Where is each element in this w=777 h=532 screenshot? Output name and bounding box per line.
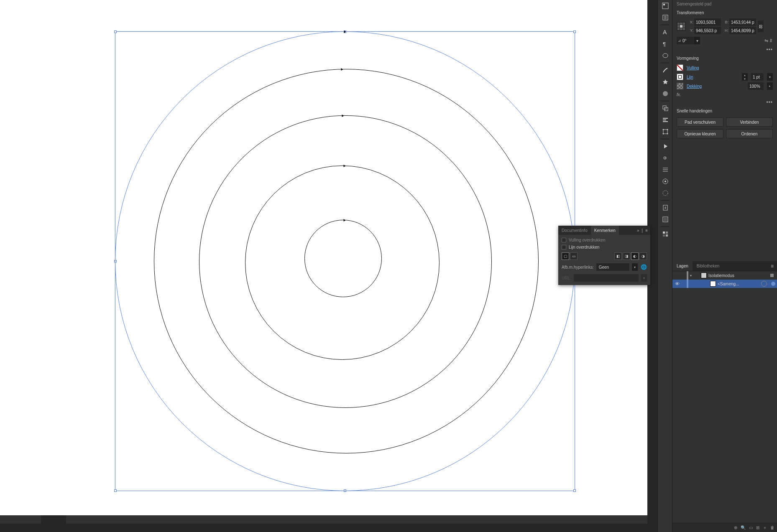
fill-rule-evenodd-button[interactable]: ◨ bbox=[623, 252, 630, 260]
links-panel-icon[interactable] bbox=[658, 152, 673, 164]
svg-point-10 bbox=[663, 129, 664, 130]
opentype-panel-icon[interactable] bbox=[658, 50, 673, 61]
tab-libraries[interactable]: Bibliotheken bbox=[693, 261, 723, 271]
winding-ccw-button[interactable]: ◑ bbox=[639, 252, 647, 260]
layer-name[interactable]: <Sameng... bbox=[718, 282, 761, 286]
path-direction-indicator bbox=[341, 68, 343, 71]
create-sublayer-icon[interactable]: ⊞ bbox=[756, 525, 759, 530]
visibility-toggle[interactable]: 👁 bbox=[672, 281, 682, 286]
resize-handle-tl[interactable] bbox=[114, 31, 117, 33]
layer-meatball[interactable] bbox=[770, 274, 774, 277]
fill-rule-nonzero-button[interactable]: ◧ bbox=[614, 252, 622, 260]
svg-rect-9 bbox=[663, 130, 667, 134]
resize-handle-tr[interactable] bbox=[573, 31, 576, 33]
delete-layer-icon[interactable]: 🗑 bbox=[770, 525, 774, 530]
align-panel-icon[interactable] bbox=[658, 114, 673, 126]
layers-panel-menu-icon[interactable]: ≡ bbox=[767, 261, 777, 271]
selection-indicator[interactable] bbox=[771, 282, 775, 286]
svg-point-6 bbox=[663, 91, 668, 96]
artboards-panel-icon[interactable] bbox=[658, 214, 673, 225]
flip-vertical-icon[interactable]: ⥯ bbox=[769, 38, 773, 43]
link-wh-toggle[interactable]: ⛓ bbox=[758, 20, 764, 32]
angle-dropdown-icon[interactable]: ▾ bbox=[694, 37, 700, 44]
x-label: X: bbox=[688, 20, 693, 24]
globe-icon: 🌐 bbox=[640, 264, 647, 270]
zoom-level-input[interactable] bbox=[41, 515, 66, 524]
layer-name[interactable]: Isolatiemodus bbox=[708, 273, 770, 278]
winding-cw-button[interactable]: ◐ bbox=[631, 252, 639, 260]
tab-documentinfo[interactable]: Documentinfo bbox=[558, 226, 591, 235]
color-panel-icon[interactable] bbox=[658, 88, 673, 99]
pathfinder-panel-icon[interactable] bbox=[658, 102, 673, 114]
properties-panel-icon[interactable] bbox=[658, 0, 673, 12]
path-direction-indicator bbox=[342, 115, 344, 117]
y-input[interactable] bbox=[694, 27, 721, 34]
circle-inner[interactable] bbox=[304, 220, 382, 297]
stroke-weight-stepper[interactable] bbox=[742, 73, 748, 81]
canvas[interactable] bbox=[0, 0, 647, 524]
transform-more-options[interactable]: ••• bbox=[672, 46, 777, 53]
opacity-dropdown-icon[interactable]: ▸ bbox=[767, 82, 773, 90]
stroke-weight-input[interactable]: 1 pt bbox=[751, 73, 764, 81]
angle-input[interactable]: 0° bbox=[682, 38, 694, 43]
opacity-swatch[interactable] bbox=[677, 83, 683, 89]
opacity-input[interactable]: 100% bbox=[748, 82, 764, 90]
fill-swatch[interactable] bbox=[677, 64, 683, 71]
symbols-panel-icon[interactable] bbox=[658, 76, 673, 88]
panel-bar-icon[interactable]: | bbox=[642, 228, 643, 233]
reference-point-selector[interactable] bbox=[677, 22, 686, 31]
gradient-panel-icon[interactable] bbox=[658, 187, 673, 199]
panel-menu-icon[interactable]: ≡ bbox=[645, 228, 648, 233]
resize-handle-bl[interactable] bbox=[114, 489, 117, 492]
flip-horizontal-icon[interactable]: ⇋ bbox=[764, 38, 768, 43]
disclosure-icon[interactable]: ▾ bbox=[688, 274, 693, 277]
stroke-panel-icon[interactable] bbox=[658, 164, 673, 176]
width-input[interactable] bbox=[729, 18, 756, 26]
recolor-button[interactable]: Opnieuw kleuren bbox=[677, 129, 723, 138]
layer-thumbnail bbox=[710, 281, 716, 287]
object-type-label: Samengesteld pad bbox=[672, 0, 777, 8]
locate-object-icon[interactable]: ⊕ bbox=[734, 525, 737, 530]
target-icon[interactable] bbox=[761, 281, 767, 287]
swatches-panel-icon[interactable] bbox=[658, 228, 673, 240]
layers-list[interactable]: ▾ Isolatiemodus 👁 <Sameng... bbox=[672, 271, 777, 523]
tab-kenmerken[interactable]: Kenmerken bbox=[591, 226, 619, 235]
stroke-weight-dropdown-icon[interactable]: ▼ bbox=[767, 73, 773, 81]
make-clipping-mask-icon[interactable]: ▭ bbox=[749, 525, 753, 530]
image-map-none-button[interactable]: ▢ bbox=[562, 252, 569, 260]
character-panel-icon[interactable]: A bbox=[658, 26, 673, 38]
angle-icon: ⊿ bbox=[677, 38, 682, 43]
libraries-panel-icon[interactable] bbox=[658, 12, 673, 23]
x-input[interactable] bbox=[694, 18, 721, 26]
svg-point-5 bbox=[663, 53, 668, 58]
attributes-panel[interactable]: Documentinfo Kenmerken » | ≡ Vulling ove… bbox=[558, 226, 650, 285]
arrange-button[interactable]: Ordenen bbox=[726, 129, 773, 138]
path-direction-indicator bbox=[344, 31, 346, 33]
actions-panel-icon[interactable] bbox=[658, 140, 673, 152]
height-input[interactable] bbox=[729, 27, 756, 34]
appearance-more-options[interactable]: ••• bbox=[672, 99, 777, 106]
appearance-panel-icon[interactable] bbox=[658, 176, 673, 187]
opacity-label[interactable]: Dekking bbox=[687, 84, 702, 89]
resize-handle-br[interactable] bbox=[573, 489, 576, 492]
add-effect-button[interactable]: fx. bbox=[672, 91, 777, 99]
tab-layers[interactable]: Lagen bbox=[672, 261, 693, 271]
search-icon[interactable]: 🔍 bbox=[741, 525, 746, 530]
stroke-label[interactable]: Lijn bbox=[687, 75, 693, 79]
image-map-rect-button[interactable]: ▭ bbox=[570, 252, 578, 260]
offset-path-button[interactable]: Pad verschuiven bbox=[677, 117, 723, 127]
asset-export-panel-icon[interactable] bbox=[658, 202, 673, 214]
brushes-panel-icon[interactable] bbox=[658, 64, 673, 76]
join-button[interactable]: Verbinden bbox=[726, 117, 773, 127]
hyperlink-dropdown-icon[interactable]: ▼ bbox=[632, 263, 638, 271]
hyperlink-select[interactable]: Geen bbox=[596, 263, 629, 271]
panel-collapse-icon[interactable]: » bbox=[637, 228, 639, 233]
transform-panel-icon[interactable] bbox=[658, 126, 673, 137]
stroke-swatch[interactable] bbox=[677, 74, 683, 80]
status-bar bbox=[0, 515, 647, 524]
fill-label[interactable]: Vulling bbox=[687, 66, 699, 70]
paragraph-panel-icon[interactable]: ¶ bbox=[658, 38, 673, 50]
overprint-stroke-checkbox[interactable] bbox=[562, 245, 566, 249]
new-layer-icon[interactable]: ＋ bbox=[763, 525, 767, 531]
svg-rect-22 bbox=[663, 234, 665, 237]
